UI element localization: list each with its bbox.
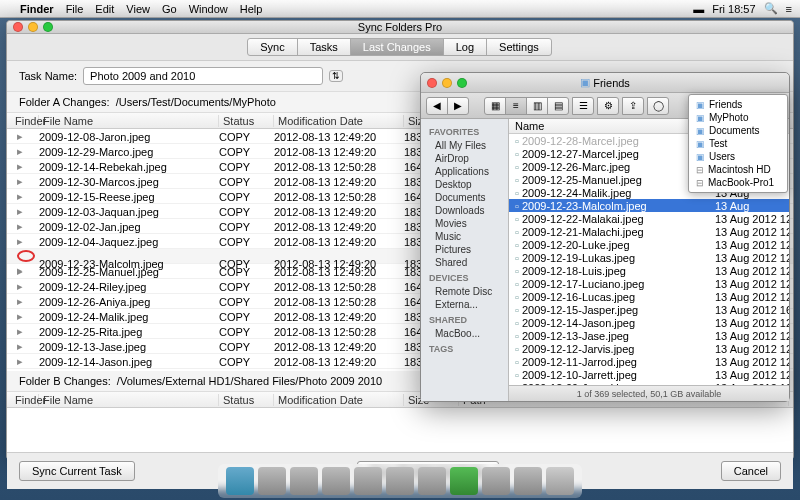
dock-icon[interactable]: [290, 467, 318, 495]
dock-icon[interactable]: [258, 467, 286, 495]
path-item[interactable]: Documents: [692, 124, 784, 137]
finder-dock-icon[interactable]: [226, 467, 254, 495]
menu-help[interactable]: Help: [240, 3, 263, 15]
list-view-button[interactable]: ≡: [505, 97, 527, 115]
tab-tasks[interactable]: Tasks: [297, 38, 351, 56]
finder-sidebar[interactable]: FAVORITESAll My FilesAirDropApplications…: [421, 119, 509, 401]
file-row[interactable]: 2009-12-22-Malakai.jpeg13 Aug 2012 12:49: [509, 212, 789, 225]
sidebar-item[interactable]: AirDrop: [421, 152, 508, 165]
finder-title: Friends: [593, 77, 630, 89]
tab-last-changes[interactable]: Last Changes: [350, 38, 444, 56]
file-row[interactable]: 2009-12-14-Jason.jpeg13 Aug 2012 12:49: [509, 316, 789, 329]
zoom-button[interactable]: [43, 22, 53, 32]
notification-center-icon[interactable]: ≡: [786, 3, 792, 15]
folder-icon: ▣: [580, 76, 590, 89]
flag-icon[interactable]: ▬: [693, 3, 704, 15]
sidebar-item[interactable]: Remote Disc: [421, 285, 508, 298]
sidebar-item[interactable]: Applications: [421, 165, 508, 178]
menu-go[interactable]: Go: [162, 3, 177, 15]
path-item[interactable]: Friends: [692, 98, 784, 111]
action-button[interactable]: ⚙: [597, 97, 619, 115]
window-title: Sync Folders Pro: [358, 21, 442, 33]
stepper-icon[interactable]: ⇅: [329, 70, 343, 82]
file-row[interactable]: 2009-12-19-Lukas.jpeg13 Aug 2012 12:49: [509, 251, 789, 264]
sidebar-item[interactable]: Downloads: [421, 204, 508, 217]
dock-icon[interactable]: [386, 467, 414, 495]
sidebar-item[interactable]: Shared: [421, 256, 508, 269]
path-item[interactable]: Macintosh HD: [692, 163, 784, 176]
sidebar-item[interactable]: Desktop: [421, 178, 508, 191]
zoom-button[interactable]: [457, 78, 467, 88]
close-button[interactable]: [13, 22, 23, 32]
share-button[interactable]: ⇪: [622, 97, 644, 115]
file-row[interactable]: 2009-12-10-Jarrett.jpeg13 Aug 2012 12:49: [509, 368, 789, 381]
trash-icon[interactable]: [546, 467, 574, 495]
table-b-body[interactable]: [7, 408, 793, 452]
coverflow-view-button[interactable]: ▤: [547, 97, 569, 115]
dock-icon[interactable]: [322, 467, 350, 495]
close-button[interactable]: [427, 78, 437, 88]
sidebar-item[interactable]: Music: [421, 230, 508, 243]
sync-current-task-button[interactable]: Sync Current Task: [19, 461, 135, 481]
file-row[interactable]: 2009-12-13-Jase.jpeg13 Aug 2012 12:49: [509, 329, 789, 342]
file-row[interactable]: 2009-12-20-Luke.jpeg13 Aug 2012 12:49: [509, 238, 789, 251]
file-row[interactable]: 2009-12-18-Luis.jpeg13 Aug 2012 12:49: [509, 264, 789, 277]
sidebar-item[interactable]: All My Files: [421, 139, 508, 152]
icon-view-button[interactable]: ▦: [484, 97, 506, 115]
minimize-button[interactable]: [28, 22, 38, 32]
cancel-button[interactable]: Cancel: [721, 461, 781, 481]
dock-icon[interactable]: [450, 467, 478, 495]
sidebar-item[interactable]: Movies: [421, 217, 508, 230]
file-row[interactable]: 2009-12-21-Malachi.jpeg13 Aug 2012 12:49: [509, 225, 789, 238]
menu-file[interactable]: File: [66, 3, 84, 15]
forward-button[interactable]: ▶: [447, 97, 469, 115]
app-menu[interactable]: Finder: [20, 3, 54, 15]
file-row[interactable]: 2009-12-16-Lucas.jpeg13 Aug 2012 12:49: [509, 290, 789, 303]
tab-log[interactable]: Log: [443, 38, 487, 56]
dock[interactable]: [218, 464, 582, 498]
finder-titlebar[interactable]: ▣ Friends: [421, 73, 789, 93]
file-row[interactable]: 2009-12-12-Jarvis.jpeg13 Aug 2012 12:49: [509, 342, 789, 355]
sidebar-item[interactable]: Pictures: [421, 243, 508, 256]
sidebar-item[interactable]: Externa...: [421, 298, 508, 311]
file-row[interactable]: 2009-12-11-Jarrod.jpeg13 Aug 2012 12:49: [509, 355, 789, 368]
dock-icon[interactable]: [482, 467, 510, 495]
path-item[interactable]: MacBook-Pro1: [692, 176, 784, 189]
dock-icon[interactable]: [354, 467, 382, 495]
file-row[interactable]: 2009-12-17-Luciano.jpeg13 Aug 2012 12:49: [509, 277, 789, 290]
task-name-label: Task Name:: [19, 70, 77, 82]
sidebar-item[interactable]: Documents: [421, 191, 508, 204]
file-row[interactable]: 2009-12-15-Jasper.jpeg13 Aug 2012 16:14: [509, 303, 789, 316]
finder-status-bar: 1 of 369 selected, 50,1 GB available: [509, 385, 789, 401]
path-item[interactable]: MyPhoto: [692, 111, 784, 124]
main-tabs: SyncTasksLast ChangesLogSettings: [7, 34, 793, 61]
tab-settings[interactable]: Settings: [486, 38, 552, 56]
tab-sync[interactable]: Sync: [247, 38, 297, 56]
minimize-button[interactable]: [442, 78, 452, 88]
column-view-button[interactable]: ▥: [526, 97, 548, 115]
back-button[interactable]: ◀: [426, 97, 448, 115]
tags-button[interactable]: ◯: [647, 97, 669, 115]
dock-icon[interactable]: [514, 467, 542, 495]
task-name-input[interactable]: [83, 67, 323, 85]
system-menubar: Finder FileEditViewGoWindowHelp ▬ Fri 18…: [0, 0, 800, 18]
menu-view[interactable]: View: [126, 3, 150, 15]
window-titlebar[interactable]: Sync Folders Pro: [7, 21, 793, 34]
path-popup[interactable]: FriendsMyPhotoDocumentsTestUsersMacintos…: [688, 94, 788, 193]
path-item[interactable]: Users: [692, 150, 784, 163]
path-item[interactable]: Test: [692, 137, 784, 150]
sidebar-item[interactable]: MacBoo...: [421, 327, 508, 340]
spotlight-icon[interactable]: 🔍: [764, 2, 778, 15]
menu-edit[interactable]: Edit: [95, 3, 114, 15]
menu-window[interactable]: Window: [189, 3, 228, 15]
menubar-clock[interactable]: Fri 18:57: [712, 3, 755, 15]
arrange-button[interactable]: ☰: [572, 97, 594, 115]
dock-icon[interactable]: [418, 467, 446, 495]
file-row[interactable]: 2009-12-23-Malcolm.jpeg13 Aug: [509, 199, 789, 212]
